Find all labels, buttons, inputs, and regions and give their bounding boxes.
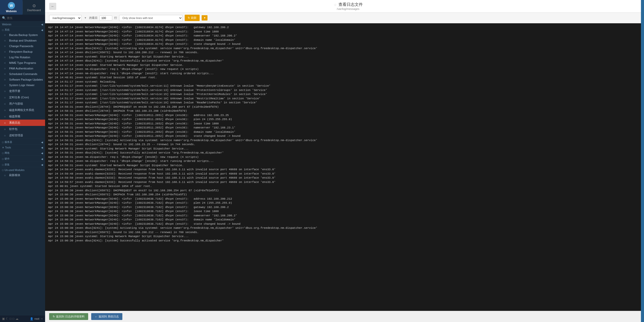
log-line: Apr 24 14:58:31 jeven systemd: Starting …: [48, 147, 638, 151]
controls-arrow: ▼: [84, 16, 87, 19]
sidebar-item-pam-auth[interactable]: ○ PAM Authentication: [0, 66, 45, 71]
sidebar-footer: ▣ ☾ □ □ ☁ 👤 root →: [0, 315, 45, 322]
refresh-dropdown-button[interactable]: ▼: [202, 15, 207, 21]
log-line: Apr 24 15:00:30 jeven NetworkManager[924…: [48, 197, 638, 201]
dashboard-button[interactable]: ⊙ Dashboard: [23, 1, 45, 14]
topbar: ← ☆ 查看日志文件 /var/log/messages: [45, 0, 641, 13]
footer-icon-2[interactable]: ☾: [6, 317, 9, 320]
sidebar-item-system-log[interactable]: ○ 系统日志: [0, 120, 45, 126]
sidebar-section-system[interactable]: □ 系统 ◀: [0, 26, 45, 32]
bootup-icon: ○: [4, 39, 8, 42]
log-line: Apr 24 14:47:14 jeven NetworkManager[924…: [48, 42, 638, 46]
sidebar-item-bacula[interactable]: ○ Bacula Backup System: [0, 32, 45, 38]
log-line: Apr 15 00:01 jeven systemd: Started Sess…: [48, 184, 638, 188]
footer-user[interactable]: 👤 root →: [30, 317, 43, 320]
log-line: Apr 24 14:47:14 jeven NetworkManager[924…: [48, 34, 638, 38]
log-line: Apr 24 15:00:30 jeven dhclient[65973]: b…: [48, 230, 638, 235]
sidebar-item-mime-type[interactable]: ○ MIME Type Programs: [0, 60, 45, 66]
lines-count-input[interactable]: [100, 15, 112, 21]
sidebar-item-bootup[interactable]: ○ Bootup and Shutdown: [0, 38, 45, 43]
pam-auth-icon: ○: [4, 67, 8, 70]
log-line: Apr 24 14:47:14 jeven dbus[9241]: [syste…: [48, 59, 638, 63]
favorite-star-icon[interactable]: ☆: [334, 3, 337, 7]
sidebar-item-software[interactable]: ○ 软件包: [0, 126, 45, 132]
cluster-section-arrow: ◀: [41, 163, 43, 166]
sidebar-section-webmin[interactable]: Webmin ◀: [0, 21, 45, 26]
log-line: Apr 24 14:58:31 jeven dbus[9241]: [syste…: [48, 151, 638, 155]
log-line: Apr 24 14:58:31 jeven NetworkManager[924…: [48, 126, 638, 130]
log-line: Apr 24 14:47:14 jeven dhclient[65073]: b…: [48, 50, 638, 55]
log-line: Apr 24 14:47:14 jeven NetworkManager[924…: [48, 38, 638, 42]
log-line: Apr 24 14:58:31 jeven dhclient[28744]: D…: [48, 109, 638, 113]
topbar-title-row: ☆ 查看日志文件: [334, 2, 363, 7]
sidebar-item-disk-quota[interactable]: ○ 磁盘限额: [0, 113, 45, 120]
change-passwords-icon: ○: [4, 45, 8, 48]
footer-logout-icon[interactable]: →: [40, 317, 43, 320]
log-line: Apr 24 14:58:31 jeven dhclient[28744]: b…: [48, 142, 638, 147]
footer-icon-4[interactable]: □: [12, 317, 14, 320]
back-button[interactable]: ←: [49, 3, 56, 10]
sidebar-item-process-mgr-label: 进程管理器: [9, 134, 23, 137]
log-line: Apr 24 14:51:17 jeven systemd: Reloading…: [48, 80, 638, 84]
log-line: Apr 24 14:47:14 jeven systemd: Starting …: [48, 55, 638, 59]
log-line: Apr 24 14:51:17 jeven systemd: [/usr/lib…: [48, 84, 638, 88]
log-line: Apr 24 14:58:31 jeven nm-dispatcher: req…: [48, 155, 638, 159]
log-line: Apr 24 14:48:01 jeven systemd: Started S…: [48, 75, 638, 80]
network-section-icon: □: [2, 152, 4, 155]
back-to-system-log-button[interactable]: ← 返回到 系统日志: [91, 313, 122, 320]
log-line: Apr 24 14:59:50 jeven avahi-daemon[9233]…: [48, 176, 638, 180]
back-to-detail-icon: ↻: [53, 315, 55, 318]
sidebar-item-filesystem-backup[interactable]: ○ Filesystem Backup: [0, 49, 45, 54]
sidebar-item-refresh-modules-label: 刷新模块: [9, 173, 20, 177]
sidebar-item-disk-network-fs-label: 磁盘和网络文件系统: [9, 108, 34, 112]
sidebar-item-system-logs[interactable]: ○ System Logs Viewer: [0, 82, 45, 88]
footer-icon-1[interactable]: ▣: [2, 317, 5, 320]
log-line: Apr 24 15:00:30 jeven NetworkManager[924…: [48, 209, 638, 214]
sidebar-item-users-groups[interactable]: ○ 用户与群组: [0, 101, 45, 107]
webmin-logo[interactable]: W Webmin: [0, 0, 23, 15]
sidebar-item-user-manual[interactable]: ○ 使用手册: [0, 88, 45, 94]
log-line: Apr 24 14:58:31 jeven nm-dispatcher: req…: [48, 159, 638, 163]
log-path-select[interactable]: /var/log/messages: [49, 15, 82, 21]
bacula-icon: ○: [4, 33, 8, 36]
sidebar-section-unused-modules[interactable]: □ Un-used Modules: [0, 167, 45, 172]
controls-label1: 的最后: [89, 16, 98, 20]
system-section-icon: □: [2, 29, 4, 31]
footer-user-icon: 👤: [30, 317, 33, 320]
sidebar-section-hardware[interactable]: □ 硬件 ◀: [0, 155, 45, 161]
user-manual-icon: ○: [4, 90, 8, 93]
log-line: Apr 24 14:58:31 jeven NetworkManager[924…: [48, 117, 638, 122]
sidebar-section-servers[interactable]: □ 服务器 ◀: [0, 139, 45, 144]
tools-section-arrow: ◀: [41, 146, 43, 149]
webmin-logo-label: Webmin: [6, 10, 17, 13]
sidebar-item-user-manual-label: 使用手册: [9, 89, 20, 93]
back-to-detail-button[interactable]: ↻ 返回到 日志的详细资料: [49, 313, 88, 320]
sidebar-item-log-file-rotation[interactable]: ○ Log File Rotation: [0, 54, 45, 60]
topbar-title-area: ☆ 查看日志文件 /var/log/messages: [59, 2, 637, 10]
refresh-label: 刷新: [191, 16, 197, 20]
footer-icon-5[interactable]: ☁: [15, 317, 18, 320]
sidebar-section-cluster[interactable]: □ 群集 ◀: [0, 161, 45, 167]
cluster-section-label: 群集: [5, 163, 10, 166]
filter-select[interactable]: Only show lines with text: [119, 15, 183, 21]
scheduled-commands-icon: ○: [4, 72, 8, 75]
sidebar-item-users-groups-label: 用户与群组: [9, 102, 23, 106]
log-content-area[interactable]: Apr 24 14:47:14 jeven NetworkManager[924…: [45, 23, 641, 311]
log-line: Apr 24 14:51:17 jeven systemd: [/usr/lib…: [48, 97, 638, 101]
sidebar-item-software-package[interactable]: ○ Software Package Updates: [0, 77, 45, 82]
refresh-icon: ↻: [188, 16, 190, 20]
process-mgr-icon: ○: [4, 134, 8, 137]
sidebar-item-process-mgr[interactable]: ○ 进程管理器: [0, 132, 45, 139]
refresh-button[interactable]: ↻ 刷新: [185, 15, 200, 21]
sidebar-section-tools[interactable]: ✕ Tools ◀: [0, 144, 45, 149]
sidebar-item-scheduled-commands[interactable]: ○ Scheduled Commands: [0, 71, 45, 77]
sidebar-item-cron[interactable]: ○ 定时任务 (Cron): [0, 94, 45, 101]
sidebar-item-change-passwords[interactable]: ○ Change Passwords: [0, 43, 45, 49]
sidebar-item-mime-type-label: MIME Type Programs: [9, 61, 36, 64]
sidebar-item-refresh-modules[interactable]: ○ 刷新模块: [0, 172, 45, 178]
hardware-section-icon: □: [2, 158, 4, 160]
sidebar-item-disk-network-fs[interactable]: ○ 磁盘和网络文件系统: [0, 107, 45, 113]
sidebar-section-network[interactable]: □ 网络 ◀: [0, 149, 45, 155]
sidebar-search-input[interactable]: [7, 16, 43, 20]
footer-icon-3[interactable]: □: [10, 317, 11, 320]
